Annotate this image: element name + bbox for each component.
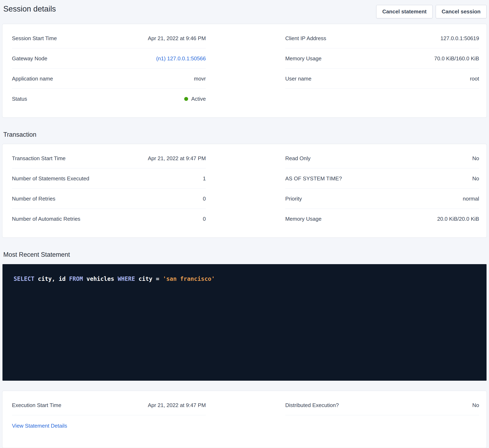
execution-left-column: Execution Start Time Apr 21, 2022 at 9:4… <box>12 395 206 429</box>
view-statement-details-link[interactable]: View Statement Details <box>12 423 67 429</box>
as-of-system-time-row: AS OF SYSTEM TIME? No <box>285 168 479 189</box>
gateway-node-row: Gateway Node (n1) 127.0.0.1:50566 <box>12 48 206 68</box>
transaction-memory-usage-row: Memory Usage 20.0 KiB/20.0 KiB <box>285 209 479 229</box>
sql-text: city = <box>135 275 163 282</box>
row-label: Application name <box>12 75 53 82</box>
row-label: Number of Statements Executed <box>12 175 89 182</box>
row-value: Apr 21, 2022 at 9:47 PM <box>148 155 206 162</box>
row-value: Apr 21, 2022 at 9:46 PM <box>148 35 206 41</box>
session-summary-right-column: Client IP Address 127.0.0.1:50619 Memory… <box>285 28 479 109</box>
row-label: Read Only <box>285 155 310 162</box>
cancel-session-button[interactable]: Cancel session <box>436 5 487 18</box>
session-details-page: Session details Cancel statement Cancel … <box>0 0 489 448</box>
most-recent-statement-title: Most Recent Statement <box>3 251 487 258</box>
row-label: Session Start Time <box>12 35 57 41</box>
row-value: root <box>470 75 479 82</box>
row-label: AS OF SYSTEM TIME? <box>285 175 342 182</box>
application-name-row: Application name movr <box>12 68 206 89</box>
row-value: normal <box>463 196 479 202</box>
header-actions: Cancel statement Cancel session <box>376 5 487 18</box>
sql-text: vehicles <box>83 275 118 282</box>
row-label: Status <box>12 96 27 102</box>
execution-right-column: Distributed Execution? No <box>285 395 479 415</box>
status-value: Active <box>184 96 206 102</box>
row-value: No <box>472 155 479 162</box>
row-label: Client IP Address <box>285 35 326 41</box>
sql-text: city, id <box>34 275 69 282</box>
row-label: Priority <box>285 196 302 202</box>
row-label: Memory Usage <box>285 216 321 222</box>
row-label: Gateway Node <box>12 55 47 62</box>
row-value: movr <box>194 75 206 82</box>
row-value: 1 <box>203 175 206 182</box>
client-ip-row: Client IP Address 127.0.0.1:50619 <box>285 28 479 48</box>
page-header: Session details Cancel statement Cancel … <box>2 0 487 24</box>
row-value: Apr 21, 2022 at 9:47 PM <box>148 402 206 408</box>
view-statement-details-row: View Statement Details <box>12 415 206 429</box>
row-label: Execution Start Time <box>12 402 61 408</box>
transaction-start-time-row: Transaction Start Time Apr 21, 2022 at 9… <box>12 148 206 168</box>
row-value: 127.0.0.1:50619 <box>440 35 479 41</box>
sql-string-literal: 'san francisco' <box>163 275 215 282</box>
number-of-retries-row: Number of Retries 0 <box>12 189 206 209</box>
row-label: Memory Usage <box>285 55 321 62</box>
session-summary-card: Session Start Time Apr 21, 2022 at 9:46 … <box>2 24 487 117</box>
user-name-row: User name root <box>285 68 479 89</box>
transaction-section-title: Transaction <box>3 131 487 138</box>
row-value: 0 <box>203 196 206 202</box>
transaction-left-column: Transaction Start Time Apr 21, 2022 at 9… <box>12 148 206 229</box>
status-row: Status Active <box>12 89 206 109</box>
row-value: No <box>472 402 479 408</box>
sql-statement-box: SELECT city, id FROM vehicles WHERE city… <box>2 264 487 381</box>
priority-row: Priority normal <box>285 189 479 209</box>
row-label: Number of Automatic Retries <box>12 216 80 222</box>
sql-keyword: FROM <box>69 275 83 282</box>
page-title: Session details <box>3 5 56 13</box>
automatic-retries-row: Number of Automatic Retries 0 <box>12 209 206 229</box>
row-value: 20.0 KiB/20.0 KiB <box>437 216 479 222</box>
row-label: User name <box>285 75 311 82</box>
status-active-dot <box>184 97 188 101</box>
statements-executed-row: Number of Statements Executed 1 <box>12 168 206 189</box>
row-value: 70.0 KiB/160.0 KiB <box>434 55 479 62</box>
row-label: Number of Retries <box>12 196 55 202</box>
transaction-right-column: Read Only No AS OF SYSTEM TIME? No Prior… <box>285 148 479 229</box>
row-label: Transaction Start Time <box>12 155 66 162</box>
execution-start-time-row: Execution Start Time Apr 21, 2022 at 9:4… <box>12 395 206 415</box>
gateway-node-link[interactable]: (n1) 127.0.0.1:50566 <box>156 55 206 62</box>
cancel-statement-button[interactable]: Cancel statement <box>376 5 432 18</box>
sql-keyword: SELECT <box>14 275 34 282</box>
status-text: Active <box>191 96 206 102</box>
sql-statement: SELECT city, id FROM vehicles WHERE city… <box>14 275 475 283</box>
session-start-time-row: Session Start Time Apr 21, 2022 at 9:46 … <box>12 28 206 48</box>
row-label: Distributed Execution? <box>285 402 339 408</box>
sql-keyword: WHERE <box>118 275 135 282</box>
session-summary-left-column: Session Start Time Apr 21, 2022 at 9:46 … <box>12 28 206 109</box>
memory-usage-row: Memory Usage 70.0 KiB/160.0 KiB <box>285 48 479 68</box>
row-value: No <box>472 175 479 182</box>
execution-card: Execution Start Time Apr 21, 2022 at 9:4… <box>2 391 487 448</box>
transaction-card: Transaction Start Time Apr 21, 2022 at 9… <box>2 144 487 237</box>
read-only-row: Read Only No <box>285 148 479 168</box>
distributed-execution-row: Distributed Execution? No <box>285 395 479 415</box>
row-value: 0 <box>203 216 206 222</box>
